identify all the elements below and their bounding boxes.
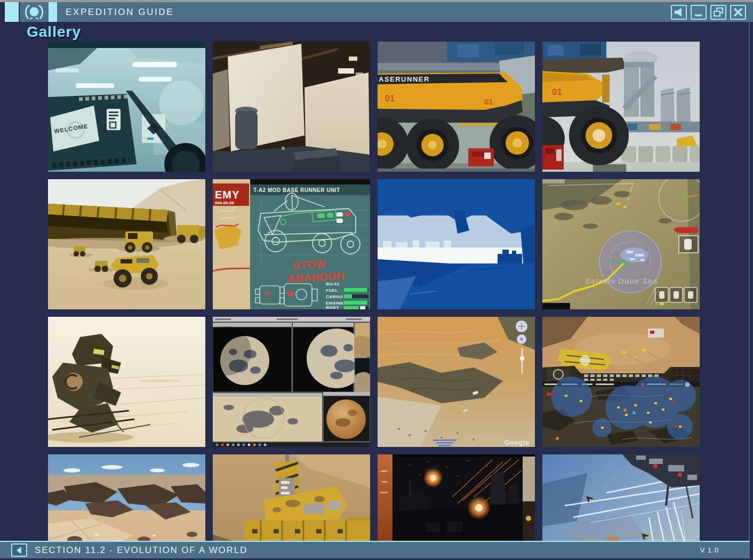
stat-label: BU-02 <box>326 282 340 286</box>
back-arrow-icon <box>14 546 25 555</box>
gallery-thumbnail-aerial-desert[interactable] <box>48 454 205 541</box>
gallery-thumbnail-satellite-terrain[interactable]: Google <box>378 317 535 447</box>
thumbnail-art-chalkboard-diagram: EMY 000.00.09 T-A2 MOD BASE RUNNER UNIT <box>213 179 370 309</box>
expedition-guide-window: EXPEDITION GUIDE <box>0 0 753 560</box>
stat-label: CARGO <box>326 294 343 299</box>
app-title: EXPEDITION GUIDE <box>66 7 671 18</box>
version-label: V 1.0 <box>700 546 719 554</box>
gallery-thumbnail-planet-montage[interactable] <box>213 317 370 447</box>
laurel-emblem-icon <box>22 4 46 21</box>
thumbnail-art-satellite-terrain: Google <box>378 317 535 447</box>
thumbnail-art-baserunner-yard: 01 <box>542 42 700 172</box>
chalkboard-note-text: STOW <box>292 258 326 272</box>
thumbnail-art-blue-study <box>378 179 535 309</box>
google-watermark-text: Google <box>504 439 530 446</box>
thumbnail-art-desert-convoy <box>48 179 205 309</box>
thumbnail-art-aerial-desert <box>48 454 205 541</box>
restore-button[interactable] <box>710 5 726 20</box>
gallery-thumbnail-carrier-closeup[interactable] <box>213 454 370 541</box>
baserunner-number-text: 01 <box>552 87 562 97</box>
minimize-icon <box>692 6 705 19</box>
baserunner-number-text: 01 <box>484 97 493 106</box>
gallery-thumbnail-sky-battle[interactable] <box>542 454 700 541</box>
gallery-thumbnail-baserunner-side[interactable]: ASERUNNER 01 01 <box>378 42 535 172</box>
thumbnail-art-soldier-sketch <box>48 317 205 447</box>
thumbnail-art-dune-sea-map: Saladin Dune Sea <box>542 179 700 309</box>
speaker-icon <box>672 6 685 19</box>
minimize-button[interactable] <box>691 5 707 20</box>
thumbnail-art-baserunner-side: ASERUNNER 01 01 <box>378 42 535 172</box>
back-button[interactable] <box>11 543 27 557</box>
gallery-thumbnail-white-walls[interactable] <box>213 42 370 172</box>
gallery-thumbnail-baserunner-yard[interactable]: 01 <box>542 42 700 172</box>
thumbnail-art-carrier-closeup <box>213 454 370 541</box>
titlebar-accent-stripe <box>49 2 57 22</box>
app-logo <box>20 2 49 22</box>
baserunner-marking-text: ASERUNNER <box>379 75 430 83</box>
gallery-thumbnail-night-battle[interactable] <box>378 454 535 541</box>
baserunner-number-text: 01 <box>385 94 395 103</box>
thumbnail-art-rts-screens <box>542 317 700 447</box>
thumbnail-art-hangar-welcome: WELCOME <box>48 42 205 172</box>
close-button[interactable] <box>730 5 746 20</box>
chalkboard-header-text: T-A2 MOD BASE RUNNER UNIT <box>253 187 340 193</box>
thumbnail-art-white-walls <box>213 42 370 172</box>
titlebar-accent-block <box>5 2 19 22</box>
gallery-thumbnail-blue-study[interactable] <box>378 179 535 309</box>
window-right-border <box>749 22 750 541</box>
gallery-grid: WELCOME <box>48 42 700 541</box>
gallery-thumbnail-chalkboard-diagram[interactable]: EMY 000.00.09 T-A2 MOD BASE RUNNER UNIT <box>213 179 370 309</box>
titlebar-gap <box>0 2 5 22</box>
thumbnail-art-sky-battle <box>542 454 700 541</box>
restore-icon <box>712 6 725 19</box>
thumbnail-art-planet-montage <box>213 317 370 447</box>
volume-button[interactable] <box>671 5 687 20</box>
page-title: Gallery <box>27 23 81 41</box>
gallery-thumbnail-hangar-welcome[interactable]: WELCOME <box>48 42 205 172</box>
gallery-thumbnail-rts-screens[interactable] <box>542 317 700 447</box>
stat-label: FUEL <box>326 288 338 293</box>
title-bar: EXPEDITION GUIDE <box>0 2 753 22</box>
stat-label: BODY <box>326 305 339 309</box>
close-icon <box>732 6 744 19</box>
chalkboard-digits-text: 000.00.09 <box>215 201 234 205</box>
section-title: SECTION 11.2 - EVOLUTION OF A WORLD <box>35 545 700 556</box>
window-controls <box>671 5 746 20</box>
chalkboard-corner-text: EMY <box>215 189 239 201</box>
map-region-label: Saladin Dune Sea <box>585 277 658 285</box>
thumbnail-art-night-battle <box>378 454 535 541</box>
footer-bar: SECTION 11.2 - EVOLUTION OF A WORLD V 1.… <box>0 541 750 558</box>
gallery-thumbnail-soldier-sketch[interactable] <box>48 317 205 447</box>
gallery-thumbnail-desert-convoy[interactable] <box>48 179 205 309</box>
gallery-thumbnail-dune-sea-map[interactable]: Saladin Dune Sea <box>542 179 700 309</box>
